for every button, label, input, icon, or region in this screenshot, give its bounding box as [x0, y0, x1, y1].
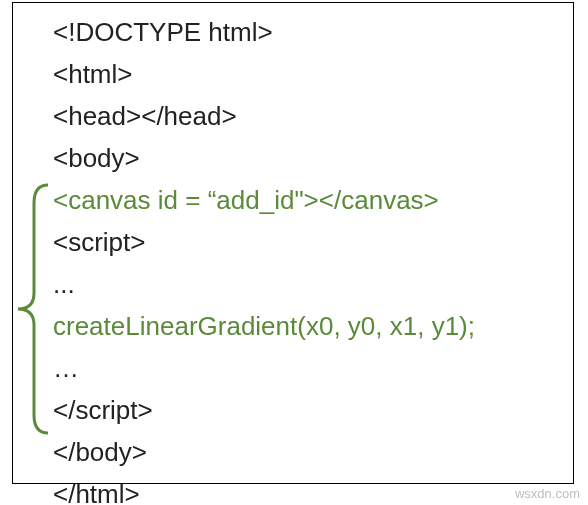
watermark-text: wsxdn.com	[515, 486, 580, 501]
code-line-html-close: </html>	[53, 473, 573, 505]
code-line-gradient: createLinearGradient(x0, y0, x1, y1);	[53, 305, 573, 347]
code-line-script-close: </script>	[53, 389, 573, 431]
code-line-body-close: </body>	[53, 431, 573, 473]
curly-brace-icon	[14, 183, 52, 435]
code-line-canvas: <canvas id = “add_id"></canvas>	[53, 179, 573, 221]
code-line-html-open: <html>	[53, 53, 573, 95]
code-snippet-box: <!DOCTYPE html> <html> <head></head> <bo…	[12, 2, 574, 484]
code-line-script-open: <script>	[53, 221, 573, 263]
code-line-doctype: <!DOCTYPE html>	[53, 11, 573, 53]
code-line-head: <head></head>	[53, 95, 573, 137]
code-line-body-open: <body>	[53, 137, 573, 179]
code-line-ellipsis-1: ...	[53, 263, 573, 305]
code-line-ellipsis-2: …	[53, 347, 573, 389]
